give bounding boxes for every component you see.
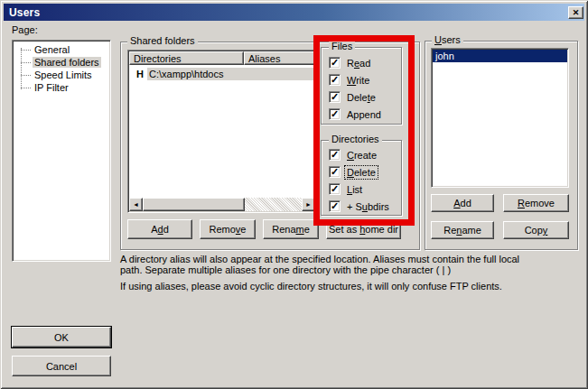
scroll-right-icon: ► [305,201,312,208]
directory-path: C:\xampp\htdocs [147,68,316,80]
checkbox-checked-icon: ✓ [329,108,341,120]
scrollbar-thumb[interactable] [143,198,245,211]
checkbox-label: Delete [345,166,378,179]
column-header-directories[interactable]: Directories [129,51,244,65]
checkbox-label: Write [345,74,371,87]
directory-row[interactable]: H C:\xampp\htdocs [128,67,316,80]
tree-item-general[interactable]: General [13,43,110,56]
horizontal-scrollbar: ◄ ► [129,198,315,211]
rename-user-button[interactable]: Rename [431,221,494,239]
checkbox-delete-file[interactable]: ✓ Delete [322,88,401,106]
users-list: john [431,48,569,188]
checkbox-label: Append [345,108,383,121]
checkbox-checked-icon: ✓ [329,166,341,178]
scroll-left-button[interactable]: ◄ [129,198,143,211]
tree-item-ip-filter[interactable]: IP Filter [13,81,110,94]
window-title: Users [9,6,40,19]
tree-item-speed-limits[interactable]: Speed Limits [13,69,110,81]
checkbox-label: Delete [345,91,378,104]
checkbox-create[interactable]: ✓ Create [322,146,401,163]
checkbox-label: + Subdirs [345,200,391,213]
directory-list-empty-area [128,80,316,198]
page-list: General Shared folders Speed Limits IP F… [12,40,111,262]
checkbox-checked-icon: ✓ [329,57,341,69]
users-group-label: Users [432,35,463,45]
page-label: Page: [12,24,38,35]
close-icon: ✕ [573,9,580,17]
checkbox-write[interactable]: ✓ Write [322,71,401,88]
home-flag: H [128,69,147,79]
scroll-left-icon: ◄ [133,201,139,208]
checkbox-checked-icon: ✓ [329,91,341,103]
page-tree: General Shared folders Speed Limits IP F… [13,41,110,94]
rename-directory-button[interactable]: Rename [263,219,319,239]
close-button[interactable]: ✕ [568,6,583,19]
checkbox-label: Create [345,149,378,162]
title-bar[interactable]: Users [4,4,584,21]
tree-item-shared-folders[interactable]: Shared folders [13,56,110,69]
files-group: ✓ Read ✓ Write ✓ Delete ✓ Append [321,47,402,125]
checkbox-delete-dir[interactable]: ✓ Delete [322,163,401,181]
checkbox-label: List [345,183,364,196]
checkbox-subdirs[interactable]: ✓ + Subdirs [322,198,401,215]
checkbox-checked-icon: ✓ [329,200,341,212]
checkbox-label: Read [345,57,372,69]
cancel-button[interactable]: Cancel [12,356,111,376]
checkbox-read[interactable]: ✓ Read [322,54,401,71]
add-user-button[interactable]: Add [431,194,494,212]
checkbox-list[interactable]: ✓ List [322,181,401,198]
remove-user-button[interactable]: Remove [503,194,569,212]
user-row-john[interactable]: john [433,50,567,62]
checkbox-checked-icon: ✓ [329,149,341,161]
directory-list-header: Directories Aliases [129,51,315,65]
ok-button[interactable]: OK [12,327,111,347]
remove-directory-button[interactable]: Remove [200,219,256,239]
checkbox-checked-icon: ✓ [329,74,341,86]
set-as-home-dir-button[interactable]: Set as home dir [326,219,401,239]
alias-note-line2: path. Separate multiple aliases for one … [120,264,588,275]
add-directory-button[interactable]: Add [127,219,192,239]
users-dialog: Users ✕ Page: General Shared folders Spe… [0,0,588,389]
alias-note-line1: A directory alias will also appear at th… [120,254,588,264]
column-header-aliases[interactable]: Aliases [244,51,315,65]
checkbox-append[interactable]: ✓ Append [322,106,401,123]
directories-group-label: Directories [329,134,382,144]
directories-group: ✓ Create ✓ Delete ✓ List ✓ + Subdirs [321,140,402,216]
alias-note: A directory alias will also appear at th… [120,254,588,292]
copy-user-button[interactable]: Copy [503,221,569,239]
shared-folders-group-label: Shared folders [127,36,198,46]
files-group-label: Files [329,42,355,51]
scrollbar-track[interactable] [143,198,302,211]
scroll-right-button[interactable]: ► [302,198,315,211]
checkbox-checked-icon: ✓ [329,183,341,195]
alias-note-line3: If using aliases, please avoid cyclic di… [120,281,588,292]
directory-list: Directories Aliases H C:\xampp\htdocs ◄ … [127,50,317,213]
